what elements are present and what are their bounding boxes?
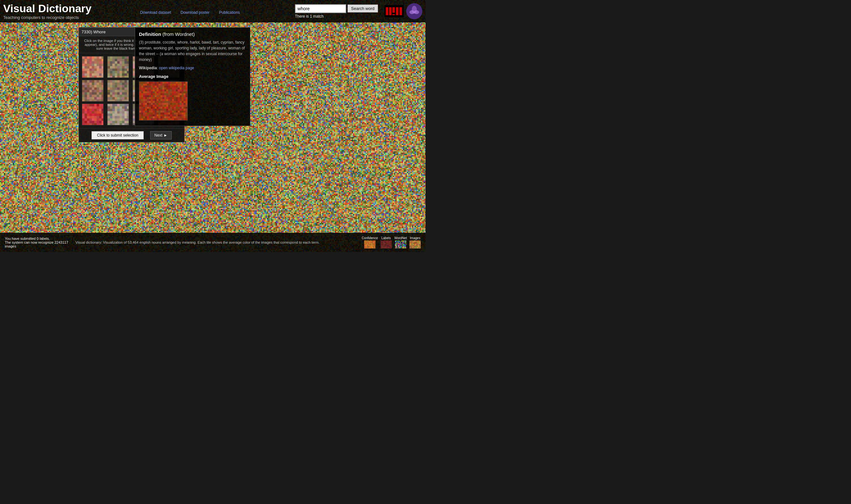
svg-rect-1	[386, 7, 388, 15]
header-links: Download dataset Download poster Publica…	[91, 8, 289, 15]
definition-text: (3) prostitute, cocotte, whore, harlot, …	[139, 39, 246, 62]
avg-image-title: Average Image	[139, 74, 246, 79]
image-cell-5[interactable]	[82, 79, 104, 102]
images-count: The system can now recognize 2243117 ima…	[5, 240, 69, 248]
confidence-canvas	[364, 240, 376, 249]
labels-canvas	[381, 240, 392, 249]
footer-stats: You have submitted 0 labels. The system …	[5, 237, 69, 248]
header: Visual Dictionary Teaching computers to …	[0, 0, 426, 22]
svg-point-10	[414, 10, 419, 14]
svg-rect-3	[393, 7, 395, 13]
footer-legend: Confidence Labels WordNet Images	[362, 236, 421, 249]
wikipedia-colon: :	[157, 66, 158, 70]
definition-wikipedia: Wikipedia: open wikipedia page	[139, 66, 246, 70]
footer-description: Visual dictionary: Visualization of 53,4…	[75, 240, 355, 244]
images-label: Images	[410, 236, 420, 240]
search-row: Search word	[295, 4, 378, 13]
next-button[interactable]: Next ►	[150, 131, 172, 140]
wordnet-canvas	[395, 240, 406, 249]
word-panel-title: 7330) Whore	[82, 30, 106, 34]
svg-rect-4	[393, 14, 395, 15]
labels-label: Labels	[381, 236, 390, 240]
submit-selection-button[interactable]: Click to submit selection	[91, 131, 144, 140]
svg-rect-5	[396, 7, 399, 15]
labels-count: You have submitted 0 labels.	[5, 237, 69, 240]
next-arrow-icon: ►	[164, 133, 168, 138]
legend-wordnet: WordNet	[394, 236, 407, 249]
publications-link[interactable]: Publications	[219, 10, 240, 15]
definition-bold: Definition	[139, 32, 161, 37]
image-cell-1[interactable]	[82, 56, 104, 78]
search-input[interactable]	[295, 4, 346, 13]
word-panel-footer: Click to submit selection Next ►	[79, 128, 184, 142]
download-dataset-link[interactable]: Download dataset	[140, 10, 171, 15]
legend-images: Images	[410, 236, 421, 249]
avg-image-canvas	[139, 82, 188, 121]
legend-labels: Labels	[381, 236, 392, 249]
image-cell-2[interactable]	[107, 56, 129, 78]
img-canvas-10	[107, 104, 129, 125]
svg-rect-6	[400, 7, 402, 15]
img-canvas-9	[82, 104, 103, 125]
svg-rect-2	[389, 7, 392, 15]
legend-confidence: Confidence	[362, 236, 378, 249]
confidence-label: Confidence	[362, 236, 378, 240]
header-search: Search word There is 1 match	[295, 4, 378, 19]
footer: You have submitted 0 labels. The system …	[0, 233, 426, 252]
site-title: Visual Dictionary	[3, 3, 91, 14]
wordnet-label: WordNet	[394, 236, 407, 240]
next-label: Next	[154, 133, 162, 138]
image-cell-10[interactable]	[107, 103, 129, 126]
definition-source: (from Wordnet)	[162, 32, 195, 37]
img-canvas-2	[107, 56, 129, 77]
nyu-logo	[406, 3, 422, 19]
definition-panel: Definition (from Wordnet) (3) prostitute…	[135, 27, 250, 126]
search-result: There is 1 match	[295, 14, 324, 19]
wikipedia-link[interactable]: open wikipedia page	[159, 66, 194, 70]
images-canvas	[410, 240, 421, 249]
definition-title: Definition (from Wordnet)	[139, 32, 246, 37]
wikipedia-label: Wikipedia	[139, 66, 157, 70]
svg-point-9	[410, 10, 415, 14]
image-cell-9[interactable]	[82, 103, 104, 126]
img-canvas-1	[82, 56, 103, 77]
img-canvas-6	[107, 80, 129, 101]
image-cell-6[interactable]	[107, 79, 129, 102]
img-canvas-5	[82, 80, 103, 101]
site-title-block: Visual Dictionary Teaching computers to …	[3, 3, 91, 20]
header-logos	[384, 3, 422, 19]
download-poster-link[interactable]: Download poster	[181, 10, 210, 15]
search-button[interactable]: Search word	[348, 4, 378, 13]
mit-logo	[384, 5, 404, 18]
site-subtitle: Teaching computers to recognize objects	[3, 15, 91, 20]
